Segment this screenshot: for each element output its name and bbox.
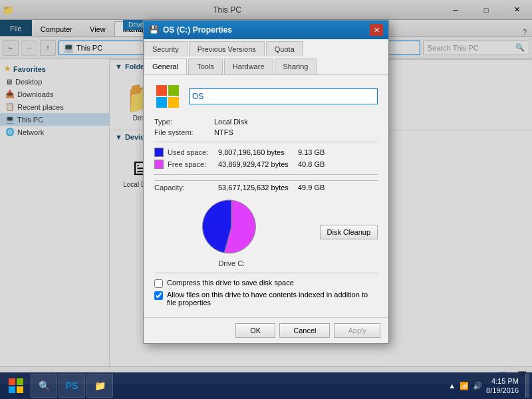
dialog-close-button[interactable]: ✕: [370, 24, 383, 36]
tab-quota[interactable]: Quota: [266, 41, 303, 57]
free-color-box: [154, 160, 164, 169]
type-row: Type: Local Disk: [154, 118, 378, 126]
used-color-box: [154, 148, 164, 157]
type-value: Local Disk: [214, 118, 248, 126]
taskbar: 🔍 PS 📁 ▲ 📶 🔊 4:15 PM 8/19/2016: [0, 372, 532, 399]
taskbar-search-icon: 🔍: [39, 380, 50, 391]
filesystem-label: File system:: [154, 128, 214, 136]
svg-rect-0: [156, 85, 167, 96]
dialog-overlay: 💾 OS (C:) Properties ✕ Security Previous…: [0, 0, 532, 382]
compress-row: Compress this drive to save disk space: [154, 279, 378, 288]
start-icon: [8, 378, 24, 394]
clock-time: 4:15 PM: [486, 376, 519, 386]
svg-rect-4: [9, 378, 15, 385]
tray-arrow[interactable]: ▲: [448, 382, 456, 390]
dialog-header-row: [154, 83, 378, 110]
clock[interactable]: 4:15 PM 8/19/2016: [486, 376, 519, 396]
taskbar-explorer-button[interactable]: 📁: [86, 374, 113, 398]
compress-checkbox[interactable]: [154, 279, 163, 288]
separator-1: [154, 142, 378, 142]
capacity-label: Capacity:: [154, 184, 218, 192]
tab-hardware[interactable]: Hardware: [224, 59, 273, 74]
free-space-row: Free space: 43,869,929,472 bytes 40.8 GB: [154, 160, 378, 169]
clock-date: 8/19/2016: [486, 386, 519, 395]
dialog-buttons: OK Cancel Apply: [144, 317, 388, 343]
pie-chart-area: Drive C:: [154, 197, 309, 267]
dialog-tab-row-2: General Tools Hardware Sharing: [144, 57, 388, 74]
taskbar-ps-icon: PS: [66, 380, 78, 391]
tab-general[interactable]: General: [144, 59, 187, 74]
dialog-drive-icon: 💾: [149, 25, 159, 35]
free-gb: 40.8 GB: [298, 160, 325, 168]
taskbar-folder-icon: 📁: [94, 380, 106, 391]
windows-logo-svg: [155, 84, 180, 109]
filesystem-row: File system: NTFS: [154, 128, 378, 136]
filesystem-value: NTFS: [214, 128, 233, 136]
index-row: Allow files on this drive to have conten…: [154, 291, 378, 307]
free-bytes: 43,869,929,472 bytes: [218, 160, 298, 168]
dialog-tab-row-1: Security Previous Versions Quota: [144, 39, 388, 57]
system-tray: ▲ 📶 🔊 4:15 PM 8/19/2016: [443, 376, 524, 396]
dialog-title: OS (C:) Properties: [163, 25, 232, 35]
svg-rect-2: [156, 97, 167, 108]
dialog-content: Type: Local Disk File system: NTFS Used …: [144, 75, 388, 317]
disk-cleanup-button[interactable]: Disk Cleanup: [320, 225, 378, 239]
tab-previous-versions[interactable]: Previous Versions: [189, 41, 265, 57]
separator-3: [154, 273, 378, 273]
tab-security[interactable]: Security: [144, 41, 188, 57]
used-label: Used space:: [168, 148, 218, 156]
os-icon: [154, 83, 181, 110]
used-gb: 9.13 GB: [298, 148, 325, 156]
index-label: Allow files on this drive to have conten…: [167, 291, 378, 307]
tab-sharing[interactable]: Sharing: [275, 59, 317, 74]
network-tray-icon: 📶: [460, 382, 469, 390]
volume-icon: 🔊: [473, 382, 482, 390]
drive-name-input[interactable]: [189, 88, 378, 104]
cancel-button[interactable]: Cancel: [279, 323, 330, 338]
capacity-gb: 49.9 GB: [298, 184, 325, 192]
index-checkbox[interactable]: [154, 291, 163, 300]
start-button[interactable]: [3, 374, 29, 398]
svg-rect-6: [9, 386, 15, 393]
taskbar-ps-button[interactable]: PS: [59, 374, 85, 398]
type-label: Type:: [154, 118, 214, 126]
ok-button[interactable]: OK: [235, 323, 275, 338]
pie-chart: [188, 197, 275, 257]
dialog-tabs: Security Previous Versions Quota General…: [144, 39, 388, 75]
svg-rect-3: [168, 97, 179, 108]
used-bytes: 9,807,196,160 bytes: [218, 148, 298, 156]
dialog-title-bar: 💾 OS (C:) Properties ✕: [144, 21, 388, 39]
show-desktop-button[interactable]: [525, 374, 529, 398]
used-space-row: Used space: 9,807,196,160 bytes 9.13 GB: [154, 148, 378, 157]
capacity-row: Capacity: 53,677,125,632 bytes 49.9 GB: [154, 180, 378, 192]
svg-rect-7: [17, 386, 23, 393]
svg-rect-5: [17, 378, 23, 385]
apply-button[interactable]: Apply: [334, 323, 380, 338]
compress-label: Compress this drive to save disk space: [167, 279, 294, 287]
pie-row: Drive C: Disk Cleanup: [154, 197, 378, 267]
svg-rect-1: [168, 85, 179, 96]
taskbar-search-button[interactable]: 🔍: [31, 374, 57, 398]
tab-tools[interactable]: Tools: [188, 59, 223, 74]
capacity-bytes: 53,677,125,632 bytes: [218, 184, 298, 192]
separator-2: [154, 174, 378, 175]
properties-dialog: 💾 OS (C:) Properties ✕ Security Previous…: [143, 20, 389, 344]
free-label: Free space:: [168, 160, 218, 168]
drive-c-label: Drive C:: [218, 259, 245, 267]
